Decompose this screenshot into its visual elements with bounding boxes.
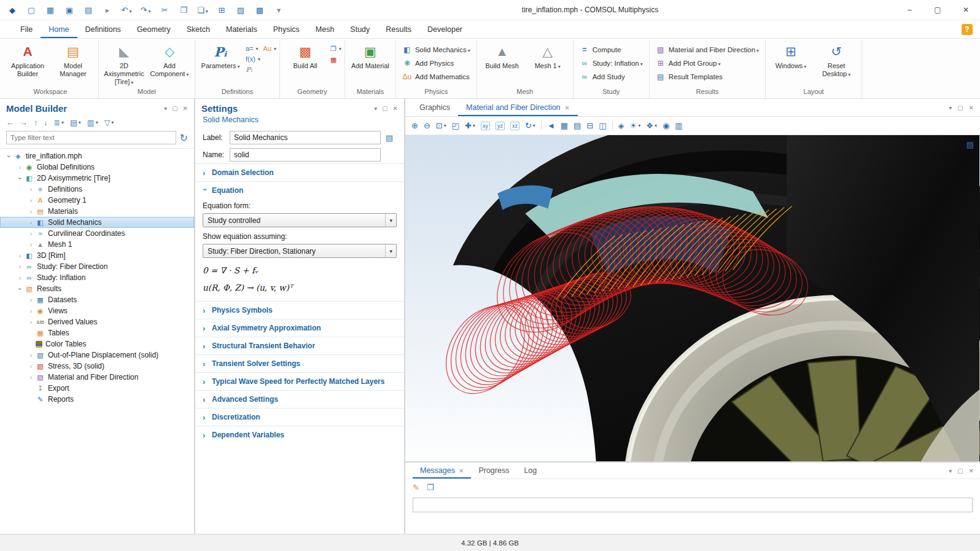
- paste-icon[interactable]: ❏: [196, 6, 209, 15]
- reset-view-icon[interactable]: ↻: [525, 121, 535, 130]
- section-header[interactable]: › Advanced Settings: [195, 391, 404, 408]
- section-header[interactable]: › Dependent Variables: [195, 426, 404, 444]
- tree-item-materials[interactable]: › ▤ Materials: [0, 206, 194, 217]
- menu-tab-file[interactable]: File: [12, 20, 41, 38]
- close-panel-icon[interactable]: ✕: [393, 105, 398, 112]
- refresh-icon[interactable]: ↻: [180, 132, 188, 144]
- model-manager-open-icon[interactable]: ▤: [82, 6, 95, 15]
- delete-icon[interactable]: ▨: [235, 6, 247, 15]
- view-yz-icon[interactable]: yz: [496, 122, 505, 130]
- menu-tab-sketch[interactable]: Sketch: [179, 20, 218, 38]
- close-button[interactable]: ✕: [952, 0, 980, 20]
- toolbar-overflow-icon[interactable]: ▾: [273, 6, 285, 15]
- new-message-icon[interactable]: ✎: [413, 483, 419, 492]
- tree-item-material-and-fiber-direction[interactable]: › ▧ Material and Fiber Direction: [0, 372, 194, 383]
- new-file-icon[interactable]: ▢: [25, 6, 37, 15]
- close-panel-icon[interactable]: ✕: [969, 104, 974, 111]
- zoom-out-icon[interactable]: ⊖: [424, 121, 430, 130]
- tab-log[interactable]: Log: [516, 463, 544, 479]
- expander-icon[interactable]: ›: [27, 219, 35, 226]
- panel-menu-icon[interactable]: ▾: [164, 105, 167, 112]
- tree-item-study-fiber-direction[interactable]: › ∞ Study: Fiber Direction: [0, 261, 194, 272]
- tree-item-global-definitions[interactable]: › ◉ Global Definitions: [0, 162, 194, 173]
- application-builder-button[interactable]: A Application Builder: [6, 40, 50, 79]
- view-xz-icon[interactable]: xz: [510, 122, 519, 130]
- result-templates-button[interactable]: ▤ Result Templates: [653, 71, 762, 82]
- forward-icon[interactable]: →: [20, 119, 28, 127]
- go-to-view-icon[interactable]: ✚: [465, 121, 475, 130]
- name-input[interactable]: [230, 148, 381, 162]
- equation-form-select[interactable]: Study controlled: [203, 213, 397, 227]
- panel-menu-icon[interactable]: ▾: [949, 104, 952, 111]
- scene-light-icon[interactable]: ☀: [630, 121, 641, 130]
- redo-icon[interactable]: ↷: [139, 6, 152, 15]
- menu-tab-geometry[interactable]: Geometry: [129, 20, 179, 38]
- expander-icon[interactable]: ›: [27, 197, 35, 204]
- tree-item-color-tables[interactable]: Color Tables: [0, 338, 194, 350]
- build-all-button[interactable]: ▩ Build All: [283, 40, 327, 71]
- expander-icon[interactable]: ›: [17, 285, 23, 293]
- variables-button[interactable]: a=: [246, 45, 259, 52]
- float-panel-icon[interactable]: ▢: [957, 467, 963, 474]
- model-manager-button[interactable]: ▤ Model Manager: [51, 40, 95, 79]
- expander-icon[interactable]: ›: [27, 241, 35, 248]
- study-select-button[interactable]: ∞ Study: Inflation: [577, 58, 646, 69]
- tree-item-3d-rim[interactable]: › ◧ 3D [Rim]: [0, 250, 194, 261]
- add-physics-button[interactable]: ❋ Add Physics: [399, 58, 473, 69]
- expander-icon[interactable]: ›: [27, 208, 35, 215]
- tree-item-out-of-plane-displacement[interactable]: › ▧ Out-of-Plane Displacement (solid): [0, 350, 194, 361]
- component-button[interactable]: ◣ 2D Axisymmetric [Tire]: [102, 40, 146, 88]
- tree-item-root[interactable]: › ◈ tire_inflation.mph: [0, 150, 194, 162]
- print-icon[interactable]: ▥: [675, 121, 682, 130]
- move-up-icon[interactable]: ↑: [34, 119, 37, 127]
- panel-menu-icon[interactable]: ▾: [949, 467, 952, 474]
- copy-icon[interactable]: ❐: [177, 6, 190, 15]
- open-file-icon[interactable]: ▦: [44, 6, 56, 15]
- float-panel-icon[interactable]: ▢: [957, 104, 963, 111]
- expander-icon[interactable]: ›: [16, 252, 24, 259]
- add-component-button[interactable]: ◇ Add Component: [147, 40, 192, 80]
- tree-item-derived-values[interactable]: › 8.85 Derived Values: [0, 316, 194, 327]
- help-button[interactable]: ?: [962, 24, 973, 35]
- menu-tab-developer[interactable]: Developer: [419, 20, 470, 38]
- menu-tab-definitions[interactable]: Definitions: [77, 20, 129, 38]
- toolbar-order-icon[interactable]: ▤: [70, 118, 81, 127]
- windows-button[interactable]: ⊞ Windows: [769, 40, 813, 72]
- menu-tab-home[interactable]: Home: [41, 20, 77, 38]
- close-tab-icon[interactable]: ✕: [565, 104, 570, 111]
- undo-icon[interactable]: ↶: [120, 6, 133, 15]
- tree-item-definitions[interactable]: › ≡ Definitions: [0, 184, 194, 195]
- show-more-options-icon[interactable]: ▥: [87, 118, 98, 127]
- plot-group-select-button[interactable]: ▧ Material and Fiber Direction: [653, 44, 762, 55]
- geometry-grid-button[interactable]: ▦: [330, 56, 341, 64]
- section-header[interactable]: › Physics Symbols: [195, 302, 404, 319]
- section-header[interactable]: › Structural Transient Behavior: [195, 337, 404, 354]
- plot-in-window-icon[interactable]: ⊟: [586, 121, 593, 130]
- equation-assuming-select[interactable]: Study: Fiber Direction, Stationary: [203, 244, 397, 258]
- close-panel-icon[interactable]: ✕: [183, 105, 188, 112]
- expander-icon[interactable]: ›: [27, 186, 35, 193]
- tree-item-results[interactable]: › ▧ Results: [0, 283, 194, 294]
- expander-icon[interactable]: ›: [27, 363, 35, 370]
- menu-tab-study[interactable]: Study: [342, 20, 378, 38]
- add-plot-group-button[interactable]: ⊞ Add Plot Group: [653, 58, 762, 69]
- tire-3d-plot[interactable]: [405, 135, 980, 461]
- zoom-in-icon[interactable]: ⊕: [411, 121, 418, 130]
- float-panel-icon[interactable]: ▢: [172, 105, 177, 112]
- add-material-button[interactable]: ▣ Add Material: [348, 40, 392, 71]
- build-mesh-button[interactable]: ▲ Build Mesh: [480, 40, 524, 71]
- environment-icon[interactable]: ❖: [646, 121, 657, 130]
- compute-button[interactable]: = Compute: [577, 44, 646, 55]
- section-header[interactable]: › Typical Wave Speed for Perfectly Match…: [195, 373, 404, 390]
- compact-history-icon[interactable]: ▩: [254, 6, 266, 15]
- tree-item-2d-axisymmetric[interactable]: › ◧ 2D Axisymmetric [Tire]: [0, 173, 194, 184]
- tree-item-solid-mechanics[interactable]: › ◧ Solid Mechanics: [0, 217, 194, 228]
- menu-tab-physics[interactable]: Physics: [265, 20, 308, 38]
- expander-icon[interactable]: ›: [27, 319, 35, 326]
- tab-progress[interactable]: Progress: [471, 463, 516, 479]
- minimize-button[interactable]: –: [895, 0, 924, 20]
- graphics-canvas[interactable]: ▤: [405, 135, 980, 461]
- expander-icon[interactable]: ›: [17, 174, 23, 182]
- model-tree-node-text-icon[interactable]: ≣: [54, 118, 64, 127]
- menu-tab-results[interactable]: Results: [378, 20, 419, 38]
